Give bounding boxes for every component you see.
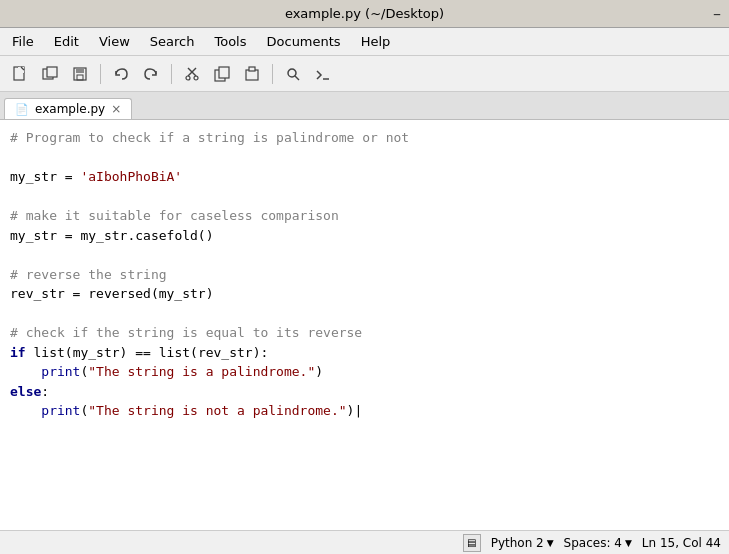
find-btn[interactable] (279, 61, 307, 87)
sep2 (171, 64, 172, 84)
tab-close-btn[interactable]: × (111, 103, 121, 115)
python-dropdown-arrow: ▼ (547, 538, 554, 548)
menu-search[interactable]: Search (142, 32, 203, 51)
menu-documents[interactable]: Documents (259, 32, 349, 51)
file-tab[interactable]: 📄 example.py × (4, 98, 132, 119)
svg-rect-8 (77, 75, 83, 80)
svg-line-18 (295, 76, 299, 80)
menu-tools[interactable]: Tools (206, 32, 254, 51)
status-left-icon[interactable]: ▤ (463, 534, 481, 552)
redo-btn[interactable] (137, 61, 165, 87)
new-file-btn[interactable] (6, 61, 34, 87)
python-version-label: Python 2 (491, 536, 544, 550)
menu-view[interactable]: View (91, 32, 138, 51)
tab-filename: example.py (35, 102, 105, 116)
tab-file-icon: 📄 (15, 103, 29, 116)
sep1 (100, 64, 101, 84)
svg-point-12 (194, 76, 198, 80)
svg-point-11 (186, 76, 190, 80)
tab-bar: 📄 example.py × (0, 92, 729, 120)
menu-edit[interactable]: Edit (46, 32, 87, 51)
window-title: example.py (~/Desktop) (285, 6, 444, 21)
spaces-label: Spaces: 4 (564, 536, 622, 550)
sep3 (272, 64, 273, 84)
menu-file[interactable]: File (4, 32, 42, 51)
spaces-selector[interactable]: Spaces: 4 ▼ (564, 536, 632, 550)
spaces-dropdown-arrow: ▼ (625, 538, 632, 548)
cut-btn[interactable] (178, 61, 206, 87)
menu-help[interactable]: Help (353, 32, 399, 51)
close-button[interactable]: – (713, 6, 721, 22)
status-bar: ▤ Python 2 ▼ Spaces: 4 ▼ Ln 15, Col 44 (0, 530, 729, 554)
title-bar: example.py (~/Desktop) – (0, 0, 729, 28)
svg-rect-14 (219, 67, 229, 78)
svg-rect-16 (249, 67, 255, 71)
new-window-btn[interactable] (36, 61, 64, 87)
copy-btn[interactable] (208, 61, 236, 87)
line-col-label: Ln 15, Col 44 (642, 536, 721, 550)
paste-btn[interactable] (238, 61, 266, 87)
menu-bar: File Edit View Search Tools Documents He… (0, 28, 729, 56)
svg-rect-2 (18, 67, 24, 73)
code-editor[interactable]: # Program to check if a string is palind… (0, 120, 729, 530)
wrap-btn[interactable] (309, 61, 337, 87)
svg-point-17 (288, 69, 296, 77)
undo-btn[interactable] (107, 61, 135, 87)
line-col-indicator: Ln 15, Col 44 (642, 536, 721, 550)
svg-rect-5 (47, 67, 57, 77)
toolbar (0, 56, 729, 92)
svg-rect-7 (76, 68, 84, 73)
save-btn[interactable] (66, 61, 94, 87)
python-version-selector[interactable]: Python 2 ▼ (491, 536, 554, 550)
